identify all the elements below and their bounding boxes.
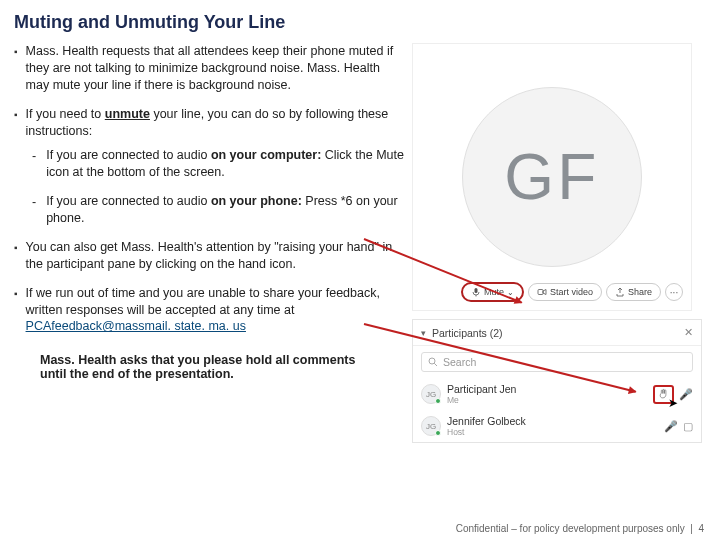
participant-avatar: JG [421,384,441,404]
share-button[interactable]: Share [606,283,661,301]
text-column: Mass. Health requests that all attendees… [14,43,404,443]
footer: Confidential – for policy development pu… [456,523,704,534]
bullet-raise-hand: You can also get Mass. Health's attentio… [14,239,404,273]
feedback-email-link[interactable]: PCAfeedback@massmail. state. ma. us [26,319,246,333]
bullet-unmute-intro: If you need to unmute your line, you can… [14,106,404,140]
participant-role: Me [447,395,516,405]
start-video-button[interactable]: Start video [528,283,602,301]
video-preview: GF Mute ⌄ Start video Share ··· [412,43,692,311]
participants-panel: ▾ Participants (2) ✕ Search JG Participa… [412,319,702,443]
chevron-down-icon: ▾ [421,328,426,338]
participant-name: Participant Jen [447,383,516,395]
participants-search[interactable]: Search [421,352,693,372]
share-icon [615,287,625,297]
screenshot-column: GF Mute ⌄ Start video Share ··· [412,43,702,443]
video-status-icon: ▢ [683,420,693,433]
svg-rect-0 [474,288,477,293]
participant-name: Jennifer Golbeck [447,415,526,427]
avatar: GF [462,87,642,267]
subbullet-phone: If you are connected to audio on your ph… [32,193,404,227]
main-content: Mass. Health requests that all attendees… [0,39,720,443]
bullet-mute-policy: Mass. Health requests that all attendees… [14,43,404,94]
video-icon [537,287,547,297]
participant-role: Host [447,427,526,437]
svg-line-4 [434,363,437,366]
participants-header[interactable]: ▾ Participants (2) ✕ [413,320,701,346]
svg-point-3 [429,358,435,364]
search-icon [428,357,438,367]
closing-note: Mass. Health asks that you please hold a… [14,347,374,381]
raise-hand-button[interactable]: ➤ [653,385,674,404]
mute-status-icon: 🎤 [664,420,678,433]
subbullet-computer: If you are connected to audio on your co… [32,147,404,181]
page-title: Muting and Unmuting Your Line [0,0,720,39]
cursor-icon: ➤ [668,396,678,410]
participant-row[interactable]: JG Participant Jen Me ➤ 🎤 [413,378,701,410]
more-button[interactable]: ··· [665,283,683,301]
bullet-feedback-email: If we run out of time and you are unable… [14,285,404,336]
participant-avatar: JG [421,416,441,436]
participant-row[interactable]: JG Jennifer Golbeck Host 🎤 ▢ [413,410,701,442]
mic-icon [471,287,481,297]
mute-status-icon: 🎤 [679,388,693,401]
close-icon[interactable]: ✕ [684,326,693,339]
page-number: 4 [698,523,704,534]
svg-rect-2 [538,290,543,295]
